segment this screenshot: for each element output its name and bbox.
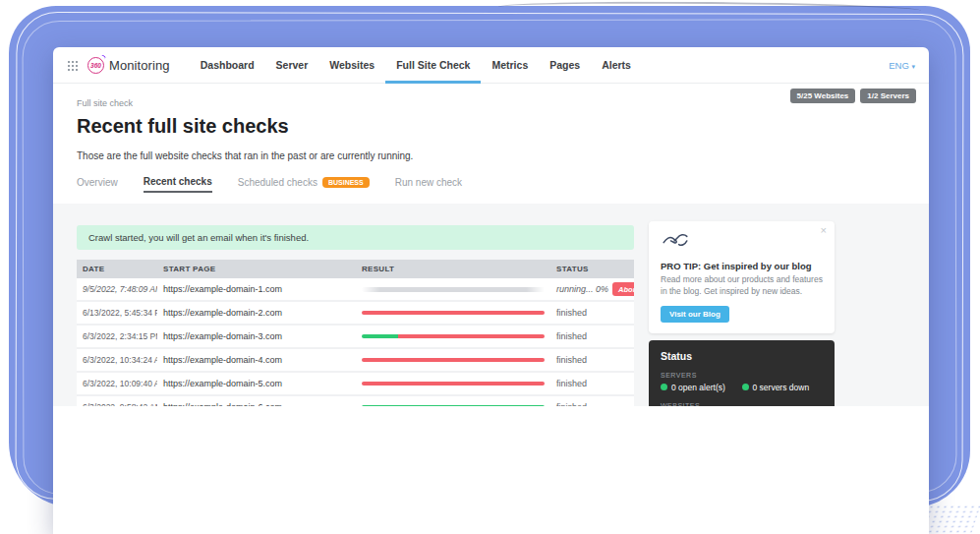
tab-label: Recent checks (144, 176, 212, 187)
column-header-start-page: START PAGE (157, 265, 356, 273)
page-title: Recent full site checks (77, 115, 929, 138)
column-header-date: DATE (77, 265, 157, 273)
language-label: ENG (889, 60, 909, 71)
table-row: 6/3/2022, 10:34:24 AMhttps://example-dom… (77, 349, 634, 373)
bar-segment-error (398, 334, 545, 338)
tab-label: Overview (77, 177, 118, 188)
cell-start-page: https://example-domain-2.com (157, 308, 356, 318)
status-panel: Status SERVERS0 open alert(s)0 servers d… (649, 340, 835, 406)
green-dot-icon (661, 384, 667, 390)
abort-button[interactable]: Abort (612, 282, 634, 296)
status-sections: SERVERS0 open alert(s)0 servers downWEBS… (661, 372, 823, 406)
nav-item-alerts[interactable]: Alerts (591, 47, 642, 83)
cell-status: finished (550, 402, 634, 406)
page-header: 5/25 Websites1/2 Servers Full site check… (53, 84, 929, 204)
marketing-stage: 360 Monitoring DashboardServerWebsitesFu… (0, 0, 980, 534)
nav-item-dashboard[interactable]: Dashboard (190, 47, 265, 83)
table-header-row: DATESTART PAGERESULTSTATUS (77, 260, 634, 278)
nav-item-websites[interactable]: Websites (318, 47, 385, 83)
cell-date: 6/3/2022, 10:34:24 AM (77, 355, 157, 365)
tab-run-new-check[interactable]: Run new check (395, 177, 462, 192)
cell-start-page: https://example-domain-6.com (157, 402, 356, 406)
pro-tip-card: × PRO TIP: Get inspired by our blog Read… (649, 221, 835, 333)
progress-bar (362, 311, 545, 315)
main-nav: DashboardServerWebsitesFull Site CheckMe… (190, 47, 642, 83)
column-header-status: STATUS (550, 265, 634, 273)
cell-date: 6/13/2022, 5:45:34 PM (77, 308, 157, 318)
cell-date: 6/3/2022, 2:34:15 PM (77, 331, 157, 341)
status-panel-title: Status (661, 350, 823, 362)
nav-item-metrics[interactable]: Metrics (481, 47, 539, 83)
cell-result (356, 287, 550, 292)
brand-logo[interactable]: 360 Monitoring (87, 57, 170, 74)
business-badge: BUSINESS (322, 177, 370, 188)
quota-badge-5-25-websites[interactable]: 5/25 Websites (790, 89, 856, 103)
tab-recent-checks[interactable]: Recent checks (144, 176, 212, 193)
language-selector[interactable]: ENG ▾ (889, 60, 915, 71)
success-banner: Crawl started, you will get an email whe… (77, 225, 634, 250)
chevron-down-icon: ▾ (911, 63, 915, 70)
status-item-0-open-alert-s: 0 open alert(s) (661, 383, 742, 392)
nav-item-server[interactable]: Server (265, 47, 319, 83)
status-items-row: 0 open alert(s)0 servers down (661, 383, 823, 392)
progress-bar (362, 334, 545, 338)
status-section-heading-servers: SERVERS (661, 372, 823, 379)
progress-bar (362, 358, 545, 362)
status-text: finished (556, 331, 587, 341)
cell-date: 6/3/2022, 9:58:42 AM (77, 402, 157, 406)
table-row: 6/13/2022, 5:45:34 PMhttps://example-dom… (77, 302, 634, 326)
status-section-heading-websites: WEBSITES (661, 402, 823, 406)
tab-label: Run new check (395, 177, 462, 188)
status-text: running... 0% (556, 284, 608, 294)
cell-status: finished (550, 379, 634, 388)
column-header-result: RESULT (356, 265, 550, 273)
visit-blog-button[interactable]: Visit our Blog (661, 306, 729, 323)
status-text: finished (556, 355, 587, 365)
cell-status: finished (550, 308, 634, 318)
tab-bar: OverviewRecent checksScheduled checksBUS… (77, 176, 929, 193)
close-icon[interactable]: × (821, 224, 827, 236)
status-text: finished (556, 379, 587, 388)
cell-status: finished (550, 331, 634, 341)
cell-start-page: https://example-domain-4.com (157, 355, 356, 365)
green-dot-icon (742, 384, 749, 390)
tab-scheduled-checks[interactable]: Scheduled checksBUSINESS (238, 177, 370, 192)
cell-result (356, 334, 550, 338)
pro-tip-title: PRO TIP: Get inspired by our blog (661, 261, 823, 271)
progress-bar-pending (362, 287, 545, 292)
tab-overview[interactable]: Overview (77, 177, 118, 192)
table-row: 6/3/2022, 2:34:15 PMhttps://example-doma… (77, 326, 634, 349)
nav-item-full-site-check[interactable]: Full Site Check (385, 47, 481, 83)
cell-start-page: https://example-domain-3.com (157, 331, 356, 341)
tab-label: Scheduled checks (238, 177, 317, 188)
page-subtitle: Those are the full website checks that r… (77, 150, 929, 161)
side-column: × PRO TIP: Get inspired by our blog Read… (649, 204, 835, 406)
progress-bar (362, 405, 545, 406)
cell-result (356, 311, 550, 315)
app-window: 360 Monitoring DashboardServerWebsitesFu… (53, 47, 929, 534)
bar-segment-error (362, 311, 545, 315)
bar-segment-error (362, 382, 545, 386)
handshake-sketch-icon (661, 236, 690, 253)
logo-text: Monitoring (109, 58, 170, 73)
bar-segment-error (362, 358, 545, 362)
progress-bar (362, 382, 545, 386)
cell-status: finished (550, 355, 634, 365)
status-item-label: 0 open alert(s) (671, 383, 725, 392)
cell-result (356, 358, 550, 362)
cell-start-page: https://example-domain-5.com (157, 379, 356, 388)
nav-item-pages[interactable]: Pages (539, 47, 591, 83)
pro-tip-body: Read more about our products and feature… (661, 274, 823, 298)
status-item-label: 0 servers down (753, 383, 810, 392)
table-row: 6/3/2022, 10:09:40 AMhttps://example-dom… (77, 373, 634, 396)
bar-segment-ok (362, 334, 398, 338)
cell-start-page: https://example-domain-1.com (157, 284, 356, 294)
main-column: Crawl started, you will get an email whe… (77, 204, 634, 406)
cell-result (356, 382, 550, 386)
bar-segment-ok (362, 405, 545, 406)
checks-table: DATESTART PAGERESULTSTATUS9/5/2022, 7:48… (77, 260, 634, 406)
quota-badge-1-2-servers[interactable]: 1/2 Servers (860, 89, 916, 103)
apps-grid-icon[interactable] (67, 60, 78, 71)
status-text: finished (556, 308, 587, 318)
cell-date: 9/5/2022, 7:48:09 AM (77, 284, 157, 294)
